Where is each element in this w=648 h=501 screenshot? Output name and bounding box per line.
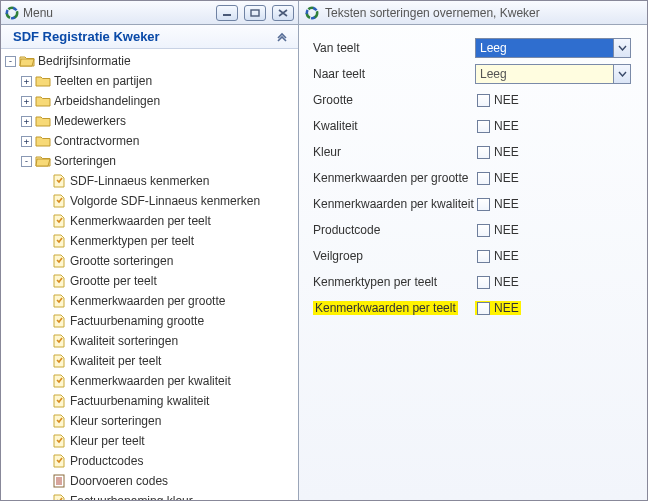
tree-item-contractvormen[interactable]: + Contractvormen xyxy=(3,131,298,151)
dropdown-naar-teelt[interactable]: Leeg xyxy=(475,64,631,84)
expand-icon[interactable]: + xyxy=(21,136,32,147)
tree-item-kleur-per-teelt[interactable]: Kleur per teelt xyxy=(3,431,298,451)
tree-item-label: Kenmerkwaarden per grootte xyxy=(70,294,225,308)
tree-item-kwaliteit-per-teelt[interactable]: Kwaliteit per teelt xyxy=(3,351,298,371)
tree-item-kleur-sorteringen[interactable]: Kleur sorteringen xyxy=(3,411,298,431)
checkbox-box xyxy=(477,276,490,289)
tree-item-label: Productcodes xyxy=(70,454,143,468)
doc-icon xyxy=(51,293,67,309)
row-kenmerkwaarden-per-teelt: Kenmerkwaarden per teeltNEE xyxy=(313,295,639,321)
tree-item-arbeidshandelingen[interactable]: + Arbeidshandelingen xyxy=(3,91,298,111)
chevron-down-icon xyxy=(613,39,630,57)
collapse-icon[interactable]: - xyxy=(5,56,16,67)
tree-spacer xyxy=(37,356,48,367)
tree-item-kenmerkwaarden-per-grootte[interactable]: Kenmerkwaarden per grootte xyxy=(3,291,298,311)
minimize-button[interactable] xyxy=(216,5,238,21)
tree-item-sdf-linnaeus-kenmerken[interactable]: SDF-Linnaeus kenmerken xyxy=(3,171,298,191)
doc-icon xyxy=(51,393,67,409)
left-titlebar: Menu xyxy=(1,1,298,25)
tree-spacer xyxy=(37,176,48,187)
left-title: Menu xyxy=(23,6,210,20)
right-titlebar: Teksten sorteringen overnemen, Kweker xyxy=(299,1,647,25)
tree-spacer xyxy=(37,436,48,447)
tree-item-volgorde-sdf-linnaeus-kenmerken[interactable]: Volgorde SDF-Linnaeus kenmerken xyxy=(3,191,298,211)
collapse-chevron-icon[interactable] xyxy=(274,30,290,44)
folder-icon xyxy=(35,133,51,149)
svg-rect-4 xyxy=(54,475,64,487)
tree-item-productcodes[interactable]: Productcodes xyxy=(3,451,298,471)
checkbox-kwaliteit[interactable]: NEE xyxy=(475,119,521,133)
tree-item-factuurbenaming-grootte[interactable]: Factuurbenaming grootte xyxy=(3,311,298,331)
row-kenmerkwaarden-per-grootte: Kenmerkwaarden per grootteNEE xyxy=(313,165,639,191)
folder-open-icon xyxy=(35,153,51,169)
tree-item-teelten-en-partijen[interactable]: + Teelten en partijen xyxy=(3,71,298,91)
checkbox-text: NEE xyxy=(494,249,519,263)
checkbox-kenmerkwaarden-per-grootte[interactable]: NEE xyxy=(475,171,521,185)
tree-item-label: Kenmerktypen per teelt xyxy=(70,234,194,248)
expand-icon[interactable]: + xyxy=(21,116,32,127)
checkbox-text: NEE xyxy=(494,223,519,237)
tree-item-label: Kleur sorteringen xyxy=(70,414,161,428)
svg-rect-2 xyxy=(223,14,231,16)
checkbox-kleur[interactable]: NEE xyxy=(475,145,521,159)
tree-item-doorvoeren-codes[interactable]: Doorvoeren codes xyxy=(3,471,298,491)
collapse-icon[interactable]: - xyxy=(21,156,32,167)
tree-item-label: Volgorde SDF-Linnaeus kenmerken xyxy=(70,194,260,208)
expand-icon[interactable]: + xyxy=(21,96,32,107)
checkbox-text: NEE xyxy=(494,145,519,159)
tree-spacer xyxy=(37,256,48,267)
tree-item-factuurbenaming-kwaliteit[interactable]: Factuurbenaming kwaliteit xyxy=(3,391,298,411)
tree-item-kenmerkwaarden-per-kwaliteit[interactable]: Kenmerkwaarden per kwaliteit xyxy=(3,371,298,391)
label-kwaliteit: Kwaliteit xyxy=(313,119,475,133)
tree-spacer xyxy=(37,296,48,307)
tree-item-label: Arbeidshandelingen xyxy=(54,94,160,108)
tree-spacer xyxy=(37,216,48,227)
doc-icon xyxy=(51,193,67,209)
tree-spacer xyxy=(37,496,48,501)
tree-item-label: Kenmerkwaarden per kwaliteit xyxy=(70,374,231,388)
expand-icon[interactable]: + xyxy=(21,76,32,87)
header-link[interactable]: SDF Registratie Kweker xyxy=(13,29,160,44)
folder-icon xyxy=(35,93,51,109)
checkbox-box xyxy=(477,198,490,211)
tree[interactable]: - Bedrijfsinformatie+ Teelten en partije… xyxy=(1,49,298,500)
checkbox-kenmerkwaarden-per-teelt[interactable]: NEE xyxy=(475,301,521,315)
checkbox-productcode[interactable]: NEE xyxy=(475,223,521,237)
dropdown-van-teelt[interactable]: Leeg xyxy=(475,38,631,58)
form: Van teelt Leeg Naar teelt Leeg Groott xyxy=(299,25,647,329)
tree-spacer xyxy=(37,416,48,427)
checkbox-veilgroep[interactable]: NEE xyxy=(475,249,521,263)
checkbox-grootte[interactable]: NEE xyxy=(475,93,521,107)
tree-item-kenmerktypen-per-teelt[interactable]: Kenmerktypen per teelt xyxy=(3,231,298,251)
checkbox-kenmerkwaarden-per-kwaliteit[interactable]: NEE xyxy=(475,197,521,211)
checkbox-box xyxy=(477,250,490,263)
doc-icon xyxy=(51,353,67,369)
tree-item-factuurbenaming-kleur[interactable]: Factuurbenaming kleur xyxy=(3,491,298,500)
app-icon xyxy=(5,6,19,20)
tree-item-label: SDF-Linnaeus kenmerken xyxy=(70,174,209,188)
tree-spacer xyxy=(37,456,48,467)
tree-item-kenmerkwaarden-per-teelt[interactable]: Kenmerkwaarden per teelt xyxy=(3,211,298,231)
tree-item-grootte-sorteringen[interactable]: Grootte sorteringen xyxy=(3,251,298,271)
tree-item-label: Contractvormen xyxy=(54,134,139,148)
doc-icon xyxy=(51,173,67,189)
close-button[interactable] xyxy=(272,5,294,21)
tree-item-medewerkers[interactable]: + Medewerkers xyxy=(3,111,298,131)
checkbox-box xyxy=(477,94,490,107)
tree-item-kwaliteit-sorteringen[interactable]: Kwaliteit sorteringen xyxy=(3,331,298,351)
doc-icon xyxy=(51,233,67,249)
tree-item-root[interactable]: - Bedrijfsinformatie xyxy=(3,51,298,71)
maximize-button[interactable] xyxy=(244,5,266,21)
doc-icon xyxy=(51,213,67,229)
tree-item-label: Teelten en partijen xyxy=(54,74,152,88)
tree-item-sorteringen[interactable]: - Sorteringen xyxy=(3,151,298,171)
tree-spacer xyxy=(37,476,48,487)
folder-icon xyxy=(35,113,51,129)
row-veilgroep: VeilgroepNEE xyxy=(313,243,639,269)
checkbox-kenmerktypen-per-teelt[interactable]: NEE xyxy=(475,275,521,289)
left-header-row: SDF Registratie Kweker xyxy=(1,25,298,49)
tree-spacer xyxy=(37,376,48,387)
doc-icon xyxy=(51,453,67,469)
tree-item-grootte-per-teelt[interactable]: Grootte per teelt xyxy=(3,271,298,291)
tree-item-label: Sorteringen xyxy=(54,154,116,168)
